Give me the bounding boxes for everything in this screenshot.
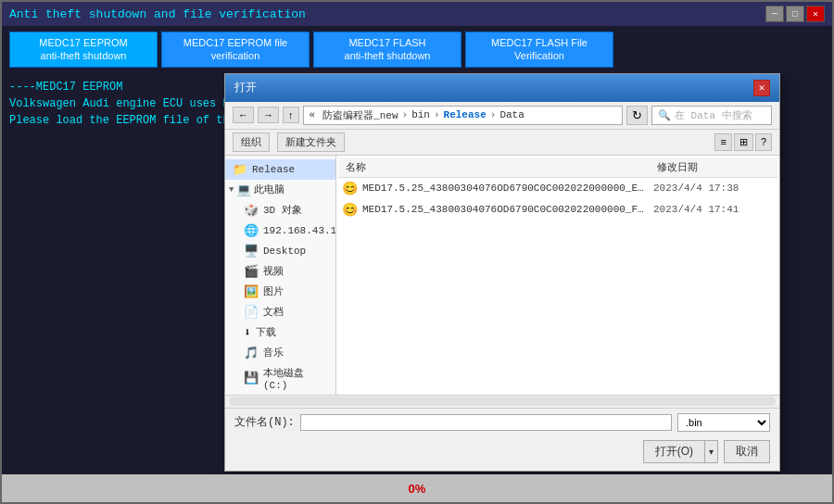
nav-forward-button[interactable]: →: [258, 107, 279, 123]
file-name-flash: MED17.5.25_43800304076OD6790C0C002022000…: [362, 204, 649, 215]
dialog-addressbar: ← → ↑ « 防盗编程器_new › bin › Release › Data: [225, 102, 779, 130]
search-icon: 🔍: [658, 109, 671, 121]
video-icon: 🎬: [244, 264, 259, 279]
cancel-button[interactable]: 取消: [724, 440, 770, 463]
path-sep-1: ›: [402, 109, 409, 120]
title-bar: Anti theft shutdown and file verificatio…: [2, 2, 832, 26]
nav-sub-3d[interactable]: 🎲 3D 对象: [225, 200, 335, 220]
path-segment-data: Data: [499, 109, 524, 120]
expand-arrow-icon: ▼: [229, 185, 234, 195]
progress-bar-container: 0%: [2, 474, 832, 502]
minimize-button[interactable]: ─: [765, 6, 784, 22]
list-view-button[interactable]: ≡: [714, 133, 731, 151]
action-row: 打开(O) ▾ 取消: [225, 436, 779, 471]
path-segment-bin: bin: [411, 109, 430, 120]
nav-label-video: 视频: [263, 264, 284, 278]
new-folder-button[interactable]: 新建文件夹: [277, 132, 345, 152]
tab-medc17-eeprom-verification[interactable]: MEDC17 EEPROM file verification: [161, 32, 310, 68]
nav-label-release: Release: [252, 164, 295, 175]
view-buttons: ≡ ⊞ ?: [714, 133, 772, 151]
nav-label-documents: 文档: [263, 305, 284, 319]
file-open-dialog: 打开 ✕ ← → ↑ « 防盗编程器_new › bin ›: [224, 73, 780, 472]
nav-item-release[interactable]: 📁 Release: [225, 159, 335, 180]
music-icon: 🎵: [244, 346, 259, 360]
nav-up-button[interactable]: ↑: [283, 107, 299, 123]
content-area: ----MEDC17 EEPROM Volkswagen Audi engine…: [2, 73, 832, 474]
nav-label-network: 192.168.43.187: [263, 225, 336, 236]
nav-label-desktop: Desktop: [263, 246, 306, 257]
hscroll-track: [229, 397, 776, 406]
nav-sub-pictures[interactable]: 🖼️ 图片: [225, 282, 335, 302]
search-placeholder-text: 在 Data 中搜索: [675, 108, 752, 122]
col-name[interactable]: 名称: [342, 159, 653, 175]
title-bar-controls: ─ □ ✕: [765, 6, 825, 22]
pictures-icon: 🖼️: [244, 284, 259, 299]
left-nav-pane: 📁 Release ▼ 💻 此电脑 🎲: [225, 156, 336, 395]
dialog-title: 打开: [234, 80, 257, 95]
file-item-flash[interactable]: 😊 MED17.5.25_43800304076OD6790C0C0020220…: [338, 199, 777, 220]
file-date-flash: 2023/4/4 17:41: [653, 204, 774, 215]
downloads-icon: ⬇️: [244, 325, 251, 340]
file-list-pane: 名称 修改日期 😊 MED17.5.25_43800304076OD6790C0…: [336, 156, 779, 395]
nav-group-header-mypc[interactable]: ▼ 💻 此电脑: [225, 180, 335, 200]
folder-icon: 📁: [233, 162, 247, 177]
nav-sub-network-drive[interactable]: 🌐 192.168.43.187: [225, 220, 335, 241]
nav-label-music: 音乐: [263, 346, 284, 359]
nav-label-downloads: 下载: [256, 325, 276, 339]
main-window: Anti theft shutdown and file verificatio…: [0, 0, 834, 504]
open-button[interactable]: 打开(O): [643, 440, 704, 463]
path-sep-2: ›: [434, 109, 440, 120]
dialog-toolbar: 组织 新建文件夹 ≡ ⊞ ?: [225, 130, 779, 156]
desktop-icon: 🖥️: [244, 244, 259, 258]
file-list-header: 名称 修改日期: [338, 158, 777, 178]
address-path[interactable]: « 防盗编程器_new › bin › Release › Data: [303, 106, 624, 125]
horizontal-scrollbar[interactable]: [225, 395, 779, 408]
grid-view-button[interactable]: ⊞: [734, 133, 753, 151]
filename-row: 文件名(N): .bin: [225, 408, 779, 436]
nav-sub-disk-c[interactable]: 💾 本地磁盘 (C:): [225, 363, 335, 394]
tab-medc17-flash-shutdown[interactable]: MEDC17 FLASH anti-theft shutdown: [313, 32, 461, 68]
maximize-button[interactable]: □: [786, 6, 804, 22]
3d-icon: 🎲: [244, 203, 259, 218]
dialog-close-button[interactable]: ✕: [753, 80, 770, 96]
nav-sub-desktop[interactable]: 🖥️ Desktop: [225, 241, 335, 261]
file-icon-eeprom: 😊: [342, 181, 358, 196]
file-item-eeprom[interactable]: 😊 MED17.5.25_43800304076OD6790C0C0020220…: [338, 178, 777, 199]
tab-medc17-eeprom-shutdown[interactable]: MEDC17 EEPROM anti-theft shutdown: [9, 32, 158, 68]
nav-sub-video[interactable]: 🎬 视频: [225, 261, 335, 282]
pc-icon: 💻: [236, 183, 251, 197]
file-date-eeprom: 2023/4/4 17:38: [653, 183, 774, 194]
path-segment-root: 防盗编程器_new: [322, 108, 398, 122]
nav-group-mypc: ▼ 💻 此电脑 🎲 3D 对象 🌐 192.168.43.187: [225, 180, 335, 395]
open-button-group: 打开(O) ▾: [643, 440, 718, 463]
col-date[interactable]: 修改日期: [653, 159, 774, 175]
progress-label: 0%: [409, 482, 426, 496]
close-button[interactable]: ✕: [806, 6, 825, 22]
refresh-button[interactable]: ↻: [626, 106, 648, 125]
file-name-eeprom: MED17.5.25_43800304076OD6790C0C002022000…: [362, 183, 649, 194]
help-button[interactable]: ?: [755, 133, 772, 151]
file-icon-flash: 😊: [342, 202, 358, 218]
nav-label-disk-c: 本地磁盘 (C:): [263, 366, 328, 391]
dialog-body: 📁 Release ▼ 💻 此电脑 🎲: [225, 156, 779, 395]
path-segment-release: Release: [444, 109, 486, 120]
filename-input[interactable]: [300, 414, 672, 431]
nav-sub-music[interactable]: 🎵 音乐: [225, 343, 335, 363]
disk-c-icon: 💾: [244, 371, 259, 385]
network-icon: 🌐: [244, 223, 259, 238]
nav-label-mypc: 此电脑: [254, 183, 284, 196]
nav-label-pictures: 图片: [263, 284, 284, 298]
nav-sub-downloads[interactable]: ⬇️ 下载: [225, 322, 335, 343]
nav-label-3d: 3D 对象: [263, 203, 302, 217]
nav-back-button[interactable]: ←: [233, 107, 254, 123]
nav-sub-documents[interactable]: 📄 文档: [225, 302, 335, 322]
organize-button[interactable]: 组织: [233, 132, 270, 152]
open-dropdown-button[interactable]: ▾: [704, 440, 718, 463]
dialog-overlay: 打开 ✕ ← → ↑ « 防盗编程器_new › bin ›: [2, 73, 832, 474]
tab-medc17-flash-verification[interactable]: MEDC17 FLASH File Verification: [465, 32, 613, 68]
dialog-titlebar: 打开 ✕: [225, 74, 779, 102]
filename-label: 文件名(N):: [234, 414, 295, 430]
filetype-select[interactable]: .bin: [677, 413, 770, 432]
window-title: Anti theft shutdown and file verificatio…: [9, 7, 306, 21]
search-box: 🔍 在 Data 中搜索: [651, 106, 772, 125]
